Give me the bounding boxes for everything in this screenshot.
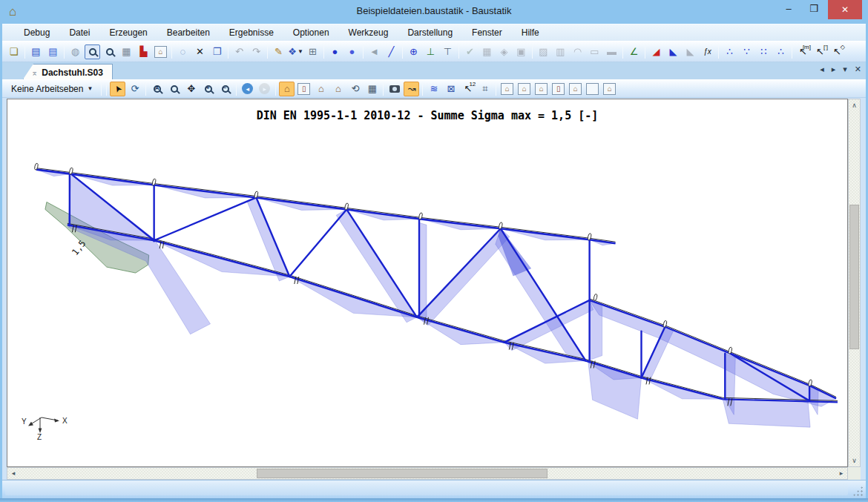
- comb-icon[interactable]: ▥: [553, 44, 568, 59]
- menu-item-werkzeug[interactable]: Werkzeug: [341, 25, 397, 40]
- zoom-window-icon[interactable]: [166, 82, 182, 96]
- tab-prev-button[interactable]: ◂: [820, 65, 824, 74]
- undo-icon[interactable]: ↶: [231, 44, 247, 59]
- edit-properties-icon[interactable]: ✎: [271, 44, 286, 59]
- window-door-icon[interactable]: ▯: [550, 82, 566, 96]
- maximize-button[interactable]: ❒: [803, 0, 825, 18]
- load-z-icon[interactable]: ◣: [683, 44, 698, 59]
- print-preview-icon[interactable]: [85, 44, 100, 59]
- path-ab-icon[interactable]: ↝: [404, 82, 419, 96]
- resize-grip[interactable]: [852, 486, 863, 496]
- close-button[interactable]: ✕: [828, 0, 862, 19]
- dimension-icon[interactable]: ⌗: [477, 82, 493, 96]
- mesh-check-icon[interactable]: ✔: [462, 44, 478, 59]
- hatch-icon[interactable]: ▨: [536, 44, 551, 59]
- menu-item-debug[interactable]: Debug: [16, 25, 58, 40]
- workplane-dropdown[interactable]: Keine Arbeitseben ▼: [5, 84, 99, 94]
- horizontal-scroll-thumb[interactable]: [257, 469, 548, 478]
- bridge-icon[interactable]: ▭: [587, 44, 602, 59]
- rotate-select-icon[interactable]: ⟳: [127, 82, 142, 96]
- window-blank-icon[interactable]: [585, 82, 600, 96]
- node-pair-4-icon[interactable]: ∴: [773, 44, 789, 59]
- tab-dachstuhl[interactable]: ⌅ Dachstuhl.S03: [23, 64, 113, 79]
- title-bar[interactable]: ⌂ Beispieldateien.baustatik - Baustatik …: [0, 0, 868, 24]
- menu-item-datei[interactable]: Datei: [61, 25, 98, 40]
- save-icon[interactable]: ▤: [45, 44, 61, 59]
- minimize-button[interactable]: –: [777, 0, 800, 18]
- menu-item-ergebnisse[interactable]: Ergebnisse: [221, 25, 282, 40]
- node-pair-1-icon[interactable]: ∴: [722, 44, 737, 59]
- zoom-all-icon[interactable]: A: [149, 82, 165, 96]
- print-icon[interactable]: ▦: [119, 44, 134, 59]
- menu-item-bearbeiten[interactable]: Bearbeiten: [159, 25, 218, 40]
- view-forward-icon[interactable]: ▸: [257, 82, 272, 96]
- drill-icon[interactable]: ◈: [496, 44, 512, 59]
- menu-item-darstellung[interactable]: Darstellung: [399, 25, 461, 40]
- menu-item-optionen[interactable]: Optionen: [285, 25, 338, 40]
- page-preview-icon[interactable]: [102, 44, 117, 59]
- redo-icon[interactable]: ↷: [249, 44, 264, 59]
- window-house-1-icon[interactable]: ⌂: [499, 82, 515, 96]
- new-file-icon[interactable]: ❏: [6, 44, 22, 59]
- copy-icon[interactable]: ❐: [209, 44, 225, 59]
- node-pair-3-icon[interactable]: ∷: [756, 44, 772, 59]
- vertical-scroll-thumb[interactable]: [849, 205, 859, 349]
- solid-icon[interactable]: ▦: [479, 44, 495, 59]
- model-canvas[interactable]: DIN EN 1995-1-1 2010-12 - Summe Sigma ma…: [7, 99, 848, 467]
- horizontal-scrollbar[interactable]: ◂ ▸: [7, 467, 848, 480]
- arch-icon[interactable]: ◠: [570, 44, 585, 59]
- tab-list-button[interactable]: ▾: [843, 65, 847, 74]
- waves-icon[interactable]: ≋: [426, 82, 441, 96]
- scroll-down-button[interactable]: ∨: [849, 455, 860, 466]
- window-garage-2-icon[interactable]: ⌂: [568, 82, 583, 96]
- window-house-3-icon[interactable]: ⌂: [602, 82, 617, 96]
- support-down-icon[interactable]: ⊥: [423, 44, 438, 59]
- view-back-icon[interactable]: ◂: [240, 82, 255, 96]
- grid-icon[interactable]: ▦: [364, 82, 380, 96]
- image-export-icon[interactable]: ⌂: [153, 44, 168, 59]
- front-view-icon[interactable]: ⌂: [313, 82, 329, 96]
- zoom-in-icon[interactable]: +: [200, 82, 216, 96]
- support-axis-icon[interactable]: ∠: [626, 44, 642, 59]
- block-icon[interactable]: ▬: [604, 44, 619, 59]
- menu-item-fenster[interactable]: Fenster: [464, 25, 510, 40]
- window-garage-icon[interactable]: ⌂: [533, 82, 549, 96]
- vertical-scrollbar[interactable]: ∧ ∨: [848, 99, 861, 467]
- window-export-icon[interactable]: ⊞: [305, 44, 320, 59]
- load-envelope-red-icon[interactable]: ◢: [648, 44, 664, 59]
- isometric-view-icon[interactable]: ⌂: [279, 82, 295, 96]
- delete-icon[interactable]: ✕: [192, 44, 208, 59]
- load-envelope-blue-icon[interactable]: ◣: [665, 44, 681, 59]
- open-file-icon[interactable]: ▤: [28, 44, 44, 59]
- zoom-out-icon[interactable]: −: [217, 82, 233, 96]
- node-icon[interactable]: ●: [327, 44, 343, 59]
- window-house-2-icon[interactable]: ⌂: [516, 82, 532, 96]
- camera-icon[interactable]: [387, 82, 402, 96]
- pan-icon[interactable]: ✥: [183, 82, 199, 96]
- cursor-d-icon[interactable]: ↖◇: [829, 44, 845, 59]
- select-pointer-icon[interactable]: ➤: [110, 82, 125, 96]
- lasso-select-icon[interactable]: ◌: [175, 44, 191, 59]
- member-icon[interactable]: ◄: [366, 44, 382, 59]
- menu-item-erzeugen[interactable]: Erzeugen: [101, 25, 155, 40]
- menu-item-hilfe[interactable]: Hilfe: [513, 25, 548, 40]
- support-rotate-icon[interactable]: ⊤: [440, 44, 456, 59]
- cursor-m-icon[interactable]: ↖[m]: [795, 44, 811, 59]
- render-monitor-icon[interactable]: ⊠: [443, 82, 458, 96]
- picture-icon[interactable]: ▣: [513, 44, 529, 59]
- save-as-icon[interactable]: ◍: [68, 44, 83, 59]
- member-line-icon[interactable]: ╱: [384, 44, 399, 59]
- tab-next-button[interactable]: ▸: [832, 65, 836, 74]
- scroll-up-button[interactable]: ∧: [849, 99, 860, 111]
- rotate-view-icon[interactable]: ⟲: [347, 82, 363, 96]
- tab-close-button[interactable]: ✕: [855, 65, 861, 74]
- pdf-export-icon[interactable]: ▙: [136, 44, 151, 59]
- support-node-icon[interactable]: ⊕: [406, 44, 421, 59]
- function-fx-icon[interactable]: ƒx: [700, 44, 715, 59]
- node-pair-2-icon[interactable]: ∵: [739, 44, 754, 59]
- scroll-left-button[interactable]: ◂: [7, 468, 19, 479]
- door-view-icon[interactable]: ▯: [296, 82, 312, 96]
- cursor-numbers-icon[interactable]: ↖12: [460, 82, 476, 96]
- scroll-right-button[interactable]: ▸: [835, 468, 847, 479]
- view-manager-icon[interactable]: ❖▼: [288, 44, 303, 59]
